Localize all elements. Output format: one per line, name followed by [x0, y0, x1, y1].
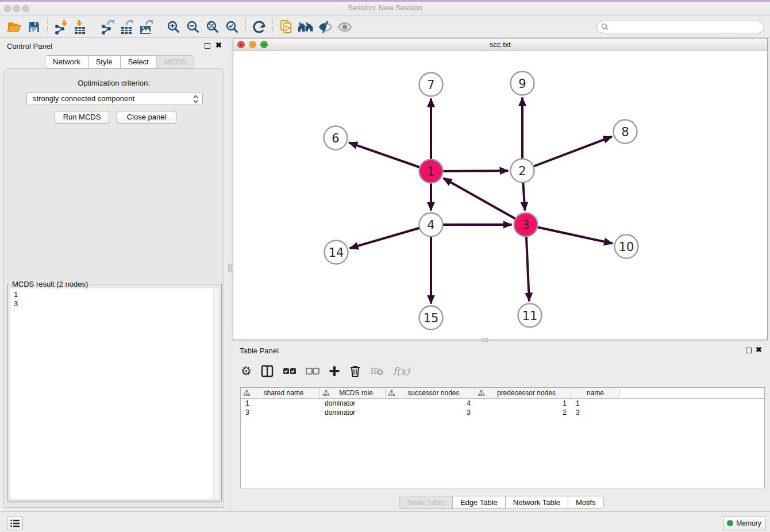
- float-window-icon[interactable]: [746, 348, 752, 353]
- node-table[interactable]: shared nameMCDS rolesuccessor nodesprede…: [240, 387, 765, 488]
- column-type-icon: [244, 390, 250, 396]
- table-cell[interactable]: 2: [475, 408, 571, 417]
- edge-1-6[interactable]: [349, 142, 431, 171]
- table-cell[interactable]: 3: [571, 408, 619, 417]
- zoom-selected-icon[interactable]: [222, 18, 242, 36]
- import-network-icon[interactable]: [51, 18, 71, 36]
- mcds-result-textarea[interactable]: 13: [10, 288, 213, 499]
- zoom-fit-icon[interactable]: [203, 18, 222, 36]
- reset-view-icon[interactable]: [296, 18, 315, 36]
- table-cell[interactable]: dominator: [320, 408, 386, 417]
- export-image-icon[interactable]: [137, 18, 156, 36]
- column-header-name[interactable]: name: [571, 388, 619, 398]
- column-header-shared-name[interactable]: shared name: [241, 388, 320, 398]
- splitter-handle[interactable]: [228, 264, 232, 272]
- dropdown-stepper-icon: [192, 94, 199, 106]
- column-header-MCDS-role[interactable]: MCDS role: [320, 388, 386, 398]
- search-input[interactable]: [611, 23, 764, 31]
- table-cell[interactable]: 3: [241, 408, 320, 417]
- function-builder-icon: f(x): [393, 363, 410, 380]
- open-file-icon[interactable]: [5, 18, 24, 36]
- vertical-splitter[interactable]: [228, 38, 233, 511]
- import-table-icon[interactable]: [71, 18, 90, 36]
- tab-mcds[interactable]: MCDS: [156, 55, 194, 68]
- graph-node-9[interactable]: 9: [511, 72, 534, 95]
- control-panel-header: Control Panel ✖: [0, 40, 228, 53]
- graph-node-6[interactable]: 6: [324, 126, 348, 150]
- graph-node-10[interactable]: 10: [615, 235, 638, 259]
- tab-node-table[interactable]: Node Table: [399, 496, 453, 509]
- graph-node-2[interactable]: 2: [511, 159, 534, 183]
- tab-network-table[interactable]: Network Table: [505, 496, 568, 509]
- close-panel-button[interactable]: Close panel: [117, 111, 176, 124]
- tab-motifs[interactable]: Motifs: [568, 496, 604, 509]
- graphics-details-icon[interactable]: [315, 18, 335, 36]
- mcds-result-scrollbar[interactable]: [213, 288, 219, 499]
- column-header-predecessor-nodes[interactable]: predecessor nodes: [475, 388, 571, 398]
- splitter-handle-horizontal[interactable]: [482, 338, 488, 342]
- deselect-all-icon[interactable]: [306, 363, 319, 380]
- edge-2-8[interactable]: [522, 137, 612, 171]
- network-canvas[interactable]: 1234678910111415: [233, 51, 767, 340]
- graph-node-8[interactable]: 8: [614, 120, 637, 144]
- table-cell[interactable]: 1: [571, 399, 619, 408]
- column-type-icon: [323, 390, 329, 396]
- graph-node-15[interactable]: 15: [419, 306, 443, 330]
- run-mcds-button[interactable]: Run MCDS: [55, 111, 109, 124]
- criterion-dropdown[interactable]: strongly connected component: [26, 92, 203, 105]
- control-panel-tabs: NetworkStyleSelectMCDS: [45, 55, 194, 68]
- memory-status-icon: [727, 520, 733, 526]
- delete-column-icon[interactable]: [349, 363, 361, 380]
- tab-select[interactable]: Select: [120, 55, 157, 68]
- mcds-panel: Optimization criterion: strongly connect…: [3, 68, 224, 508]
- delete-table-icon[interactable]: [370, 363, 384, 380]
- svg-text:15: 15: [424, 311, 439, 325]
- clone-network-icon[interactable]: [276, 18, 296, 36]
- graph-node-4[interactable]: 4: [419, 213, 443, 237]
- show-hide-icon[interactable]: [335, 18, 355, 36]
- network-view-window: x − + scc.txt 1234678910111415: [233, 38, 768, 340]
- graph-node-1[interactable]: 1: [419, 160, 443, 183]
- tab-edge-table[interactable]: Edge Table: [452, 496, 506, 509]
- edge-3-1[interactable]: [443, 178, 526, 225]
- close-icon[interactable]: ✖: [215, 41, 222, 49]
- table-row[interactable]: 3dominator323: [241, 408, 764, 417]
- search-field[interactable]: [596, 21, 764, 33]
- table-panel-header: Table Panel ✖: [233, 345, 770, 357]
- table-cell[interactable]: dominator: [320, 399, 386, 408]
- close-icon[interactable]: ✖: [756, 345, 762, 354]
- column-visibility-icon[interactable]: [261, 363, 274, 380]
- control-panel-title: Control Panel: [7, 42, 52, 51]
- table-cell[interactable]: 4: [386, 399, 475, 408]
- edge-3-10[interactable]: [526, 225, 613, 244]
- graph-node-14[interactable]: 14: [325, 241, 348, 264]
- zoom-in-icon[interactable]: [164, 18, 183, 36]
- table-toolbar: ⚙ f(x): [241, 360, 410, 383]
- table-cell[interactable]: 3: [386, 408, 475, 417]
- apply-layout-icon[interactable]: [249, 18, 269, 36]
- table-row[interactable]: 1dominator411: [241, 399, 764, 408]
- network-graph[interactable]: 1234678910111415: [233, 51, 767, 340]
- graph-node-11[interactable]: 11: [518, 304, 542, 327]
- tab-style[interactable]: Style: [88, 55, 121, 68]
- memory-button[interactable]: Memory: [723, 516, 765, 530]
- table-cell[interactable]: 1: [475, 399, 571, 408]
- graph-node-7[interactable]: 7: [419, 73, 443, 97]
- task-history-button[interactable]: [7, 516, 23, 530]
- toolbar-separator: [47, 20, 48, 34]
- column-header-successor-nodes[interactable]: successor nodes: [386, 388, 475, 398]
- select-all-icon[interactable]: [283, 363, 297, 380]
- tab-network[interactable]: Network: [45, 55, 88, 68]
- zoom-out-icon[interactable]: [183, 18, 203, 36]
- table-settings-icon[interactable]: ⚙: [241, 363, 252, 380]
- network-window-titlebar[interactable]: x − + scc.txt: [233, 38, 767, 51]
- edge-4-14[interactable]: [350, 225, 431, 248]
- graph-node-3[interactable]: 3: [514, 213, 538, 237]
- float-window-icon[interactable]: [205, 43, 210, 49]
- save-session-icon[interactable]: [24, 18, 44, 36]
- export-table-icon[interactable]: [117, 18, 137, 36]
- export-network-icon[interactable]: [98, 18, 117, 36]
- table-cell[interactable]: 1: [241, 399, 320, 408]
- add-column-icon[interactable]: [329, 363, 340, 380]
- mcds-result-line: 3: [14, 299, 210, 309]
